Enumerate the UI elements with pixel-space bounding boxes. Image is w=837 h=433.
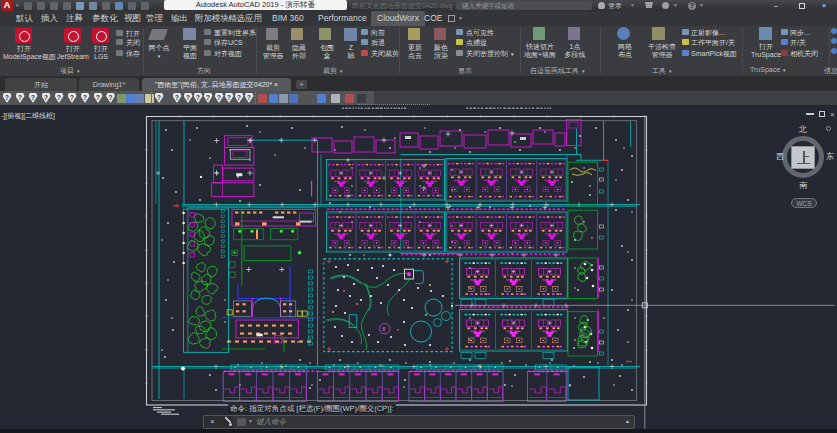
- svg-text:8: 8: [383, 327, 386, 332]
